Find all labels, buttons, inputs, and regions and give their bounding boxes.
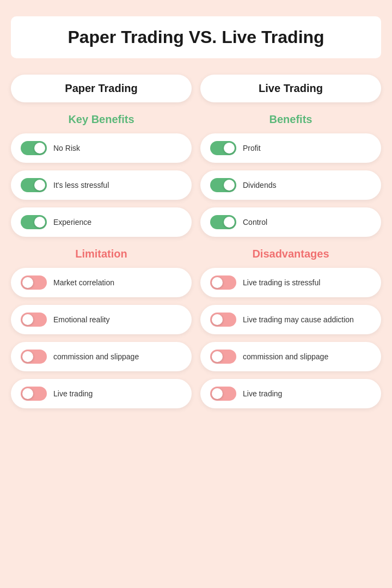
right-column: Live Trading Benefits Profit Dividends C…	[200, 75, 381, 408]
toggle-green-r2[interactable]	[210, 178, 236, 192]
toggle-green-r1[interactable]	[210, 141, 236, 155]
right-benefits-label: Benefits	[270, 113, 313, 126]
right-disadvantage-2: Live trading may cause addiction	[200, 305, 381, 334]
left-limitation-3: commission and slippage	[11, 342, 192, 371]
right-benefit-1-label: Profit	[243, 143, 261, 153]
toggle-red-r3[interactable]	[210, 350, 236, 364]
toggle-red-r1[interactable]	[210, 275, 236, 290]
right-disadvantage-2-label: Live trading may cause addiction	[243, 315, 354, 324]
left-limitation-4-label: Live trading	[53, 389, 93, 399]
left-limitation-3-label: commission and slippage	[53, 352, 139, 362]
toggle-red-r2[interactable]	[210, 313, 236, 327]
left-header: Paper Trading	[11, 75, 192, 102]
toggle-red-l2[interactable]	[21, 313, 47, 327]
toggle-green-r3[interactable]	[210, 215, 236, 229]
toggle-red-l3[interactable]	[21, 350, 47, 364]
toggle-red-l4[interactable]	[21, 387, 47, 401]
right-header: Live Trading	[200, 75, 381, 102]
left-benefit-2-label: It's less stressful	[53, 180, 109, 190]
right-benefit-1: Profit	[200, 133, 381, 163]
left-column: Paper Trading Key Benefits No Risk It's …	[11, 75, 192, 408]
right-benefit-3-label: Control	[243, 217, 267, 227]
right-disadvantage-4-label: Live trading	[243, 389, 282, 399]
toggle-red-l1[interactable]	[21, 275, 47, 290]
toggle-green-1[interactable]	[21, 141, 47, 155]
left-benefit-3: Experience	[11, 207, 192, 237]
toggle-green-2[interactable]	[21, 178, 47, 192]
right-benefit-3: Control	[200, 207, 381, 237]
right-disadvantage-1-label: Live trading is stressful	[243, 278, 320, 287]
left-limitation-1: Market correlation	[11, 268, 192, 297]
left-limitation-2-label: Emotional reality	[53, 315, 110, 324]
left-limitation-1-label: Market correlation	[53, 278, 114, 287]
left-limitation-4: Live trading	[11, 379, 192, 408]
left-benefit-1-label: No Risk	[53, 143, 80, 153]
left-benefits-label: Key Benefits	[68, 113, 134, 126]
right-disadvantages-label: Disadvantages	[252, 248, 329, 260]
right-disadvantage-3-label: commission and slippage	[243, 352, 328, 362]
left-benefit-2: It's less stressful	[11, 170, 192, 200]
main-title: Paper Trading VS. Live Trading	[11, 16, 381, 58]
right-benefit-2-label: Dividends	[243, 180, 276, 190]
right-disadvantage-4: Live trading	[200, 379, 381, 408]
left-benefit-3-label: Experience	[53, 217, 91, 227]
right-disadvantage-1: Live trading is stressful	[200, 268, 381, 297]
left-limitation-2: Emotional reality	[11, 305, 192, 334]
toggle-red-r4[interactable]	[210, 387, 236, 401]
left-limitation-label: Limitation	[75, 248, 127, 260]
right-benefit-2: Dividends	[200, 170, 381, 200]
toggle-green-3[interactable]	[21, 215, 47, 229]
right-disadvantage-3: commission and slippage	[200, 342, 381, 371]
left-benefit-1: No Risk	[11, 133, 192, 163]
